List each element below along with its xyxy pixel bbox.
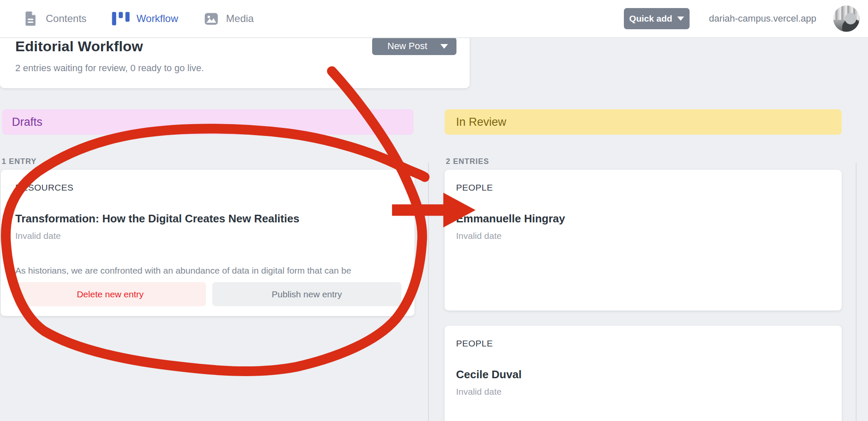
- new-post-label: New Post: [387, 41, 427, 52]
- publish-entry-button[interactable]: Publish new entry: [212, 282, 401, 306]
- entry-actions: Delete new entry Publish new entry: [14, 282, 401, 306]
- column-title: In Review: [456, 116, 506, 129]
- review-entry-card[interactable]: PEOPLE Cecile Duval Invalid date: [445, 326, 842, 421]
- quick-add-label: Quick add: [629, 14, 673, 24]
- entry-title: Transformation: How the Digital Creates …: [15, 212, 299, 225]
- review-entry-card[interactable]: PEOPLE Emmanuelle Hingray Invalid date: [445, 170, 842, 310]
- image-icon: [203, 11, 219, 27]
- page-title: Editorial Workflow: [15, 38, 143, 55]
- entry-date: Invalid date: [15, 231, 61, 241]
- draft-entry-card[interactable]: RESOURCES Transformation: How the Digita…: [1, 170, 415, 316]
- top-navigation: Contents Workflow Media Quick add dariah…: [0, 0, 868, 38]
- entry-date: Invalid date: [456, 387, 501, 397]
- nav-tab-label: Contents: [46, 13, 86, 25]
- column-title: Drafts: [12, 116, 42, 129]
- site-url-link[interactable]: dariah-campus.vercel.app: [709, 13, 816, 24]
- new-post-button[interactable]: New Post: [372, 37, 456, 55]
- chevron-down-icon: [677, 17, 684, 21]
- user-avatar[interactable]: [833, 6, 860, 32]
- column-divider: [856, 163, 857, 421]
- entry-title: Emmanuelle Hingray: [456, 212, 565, 225]
- delete-entry-button[interactable]: Delete new entry: [14, 282, 206, 306]
- column-header-drafts: Drafts: [2, 109, 414, 135]
- entry-collection-label: RESOURCES: [15, 183, 74, 193]
- nav-tab-label: Media: [226, 13, 253, 25]
- entry-title: Cecile Duval: [456, 368, 522, 381]
- entry-date: Invalid date: [456, 231, 501, 241]
- nav-tab-media[interactable]: Media: [203, 11, 253, 27]
- document-icon: [22, 10, 39, 27]
- nav-tab-workflow[interactable]: Workflow: [112, 11, 178, 26]
- entry-collection-label: PEOPLE: [456, 183, 493, 193]
- nav-tab-label: Workflow: [136, 13, 178, 25]
- entry-collection-label: PEOPLE: [456, 338, 493, 349]
- nav-tab-contents[interactable]: Contents: [22, 10, 86, 27]
- in-review-entry-count: 2 ENTRIES: [446, 157, 489, 166]
- kanban-icon: [112, 11, 130, 26]
- quick-add-button[interactable]: Quick add: [624, 8, 690, 29]
- column-header-in-review: In Review: [445, 109, 842, 135]
- nav-right-cluster: Quick add dariah-campus.vercel.app: [624, 6, 868, 32]
- drafts-entry-count: 1 ENTRY: [2, 157, 36, 166]
- chevron-down-icon: [440, 44, 448, 49]
- workflow-summary: 2 entries waiting for review, 0 ready to…: [15, 63, 204, 74]
- column-divider: [428, 163, 429, 421]
- entry-excerpt: As historians, we are confronted with an…: [15, 266, 402, 276]
